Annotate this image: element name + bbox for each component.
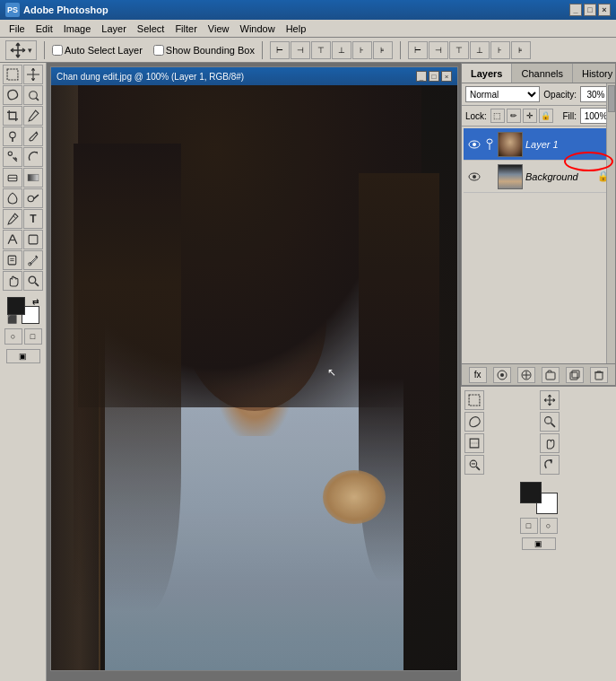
canvas-minimize-btn[interactable]: _ (416, 71, 427, 82)
tab-channels[interactable]: Channels (512, 64, 572, 83)
close-btn[interactable]: × (598, 4, 611, 16)
reset-colors-btn[interactable]: ⬛ (7, 315, 17, 324)
tool-opt-5[interactable] (464, 433, 484, 453)
menu-layer[interactable]: Layer (96, 22, 132, 35)
healing-brush-btn[interactable] (3, 127, 22, 146)
tool-opt-4[interactable] (540, 412, 560, 432)
align-center-h-btn[interactable]: ⊣ (291, 41, 310, 59)
tool-opt-3[interactable] (464, 412, 484, 432)
left-toolbox: T (0, 63, 47, 681)
blur-btn[interactable] (3, 188, 22, 208)
auto-select-label[interactable]: Auto Select Layer (52, 45, 143, 56)
dist-left-btn[interactable]: ⊢ (408, 41, 428, 59)
zoom-btn[interactable] (23, 271, 43, 291)
clone-stamp-btn[interactable] (3, 147, 22, 167)
menu-select[interactable]: Select (132, 22, 170, 35)
canvas-restore-btn[interactable]: □ (429, 71, 439, 82)
fg-swatch[interactable] (520, 482, 542, 503)
scrollbar-thumb[interactable] (608, 85, 615, 112)
canvas-title-text: Chan dung edit.jpg @ 100% (Layer 1, RGB/… (56, 72, 244, 82)
background-visibility-btn[interactable] (467, 170, 482, 184)
lock-icon-group: ⬚ ✏ ✛ 🔒 (490, 109, 553, 123)
eyedropper2-btn[interactable] (23, 250, 43, 270)
eraser-btn[interactable] (3, 168, 22, 188)
menu-image[interactable]: Image (58, 22, 97, 35)
pen-btn[interactable] (3, 209, 22, 229)
type-btn[interactable]: T (23, 209, 43, 229)
tool-opt-1[interactable] (464, 390, 484, 410)
history-brush-btn[interactable] (23, 147, 43, 167)
layers-scrollbar[interactable] (606, 83, 615, 363)
align-bottom-btn[interactable]: ⊧ (373, 41, 393, 59)
menu-edit[interactable]: Edit (30, 22, 58, 35)
quick-mask-mode-btn[interactable]: ○ (540, 518, 558, 534)
align-left-btn[interactable]: ⊢ (270, 41, 290, 59)
tool-opt-7[interactable] (464, 455, 484, 475)
tab-layers[interactable]: Layers (462, 64, 512, 83)
menu-help[interactable]: Help (281, 22, 312, 35)
show-bounding-label[interactable]: Show Bounding Box (153, 45, 255, 56)
fg-bg-swatches[interactable] (520, 482, 558, 514)
hand-btn[interactable] (3, 271, 22, 291)
layer-group-btn[interactable] (542, 367, 560, 383)
quick-mask-btn[interactable]: ○ (4, 328, 22, 345)
color-swatches[interactable]: ⇄ ⬛ (7, 297, 39, 324)
move-tool-btn[interactable]: ▾ (5, 40, 37, 60)
adjustment-layer-btn[interactable] (517, 367, 535, 383)
toolbar: ▾ Auto Select Layer Show Bounding Box ⊢ … (0, 38, 616, 63)
swap-colors-btn[interactable]: ⇄ (32, 297, 39, 306)
tool-opt-2[interactable] (540, 390, 560, 410)
dist-top-btn[interactable]: ⊥ (470, 41, 490, 59)
tab-history[interactable]: History (573, 64, 616, 83)
lock-pixels-btn[interactable]: ✏ (507, 109, 521, 123)
menu-window[interactable]: Window (235, 22, 281, 35)
lock-all-btn[interactable]: 🔒 (539, 109, 553, 123)
tool-opt-8[interactable] (540, 455, 560, 475)
magic-wand-btn[interactable] (23, 85, 43, 105)
layer-item-1[interactable]: Layer 1 (464, 128, 613, 161)
menu-file[interactable]: File (4, 22, 30, 35)
lock-position-btn[interactable]: ✛ (523, 109, 537, 123)
layer-fx-btn[interactable]: fx (469, 367, 487, 383)
eyedropper-tool-btn[interactable] (23, 106, 43, 126)
dist-right-btn[interactable]: ⊤ (449, 41, 469, 59)
blend-mode-select[interactable]: NormalDissolveMultiplyScreenOverlaySoft … (465, 86, 540, 102)
minimize-btn[interactable]: _ (569, 4, 582, 16)
auto-select-checkbox[interactable] (52, 45, 63, 56)
gradient-btn[interactable] (23, 168, 43, 188)
layer-item-background[interactable]: Background 🔒 (464, 161, 613, 193)
new-layer-btn[interactable] (566, 367, 584, 383)
fg-color-swatch[interactable] (7, 297, 25, 315)
dist-center-h-btn[interactable]: ⊣ (429, 41, 448, 59)
align-top-btn[interactable]: ⊥ (332, 41, 351, 59)
maximize-btn[interactable]: □ (584, 4, 596, 16)
lock-transparency-btn[interactable]: ⬚ (490, 109, 505, 123)
layer-1-visibility-btn[interactable] (467, 137, 482, 152)
delete-layer-btn[interactable] (590, 367, 608, 383)
layer-1-thumb-content (499, 133, 522, 156)
screen-mode-right-btn[interactable]: ▣ (522, 537, 556, 550)
tool-opt-6[interactable] (540, 433, 560, 453)
dist-center-v-btn[interactable]: ⊦ (490, 41, 510, 59)
notes-btn[interactable] (3, 250, 22, 270)
dist-bottom-btn[interactable]: ⊧ (511, 41, 531, 59)
show-bounding-checkbox[interactable] (153, 45, 164, 56)
dodge-btn[interactable] (23, 188, 43, 208)
brush-tool-btn[interactable] (23, 127, 43, 146)
layer-1-link-btn[interactable] (484, 137, 495, 152)
screen-mode-btn[interactable]: ▣ (6, 349, 40, 363)
align-center-v-btn[interactable]: ⊦ (352, 41, 372, 59)
move-tool-btn[interactable] (23, 65, 43, 84)
menu-filter[interactable]: Filter (169, 22, 202, 35)
standard-mask-btn[interactable]: □ (520, 518, 538, 534)
path-select-btn[interactable] (3, 230, 22, 249)
crop-tool-btn[interactable] (3, 106, 22, 126)
layer-mask-btn[interactable] (493, 367, 511, 383)
lasso-tool-btn[interactable] (3, 85, 22, 105)
menu-view[interactable]: View (203, 22, 235, 35)
canvas-close-btn[interactable]: × (441, 71, 452, 82)
marquee-tool-btn[interactable] (3, 65, 22, 84)
standard-mode-btn[interactable]: □ (24, 328, 42, 345)
shape-btn[interactable] (23, 230, 43, 249)
align-right-btn[interactable]: ⊤ (311, 41, 331, 59)
